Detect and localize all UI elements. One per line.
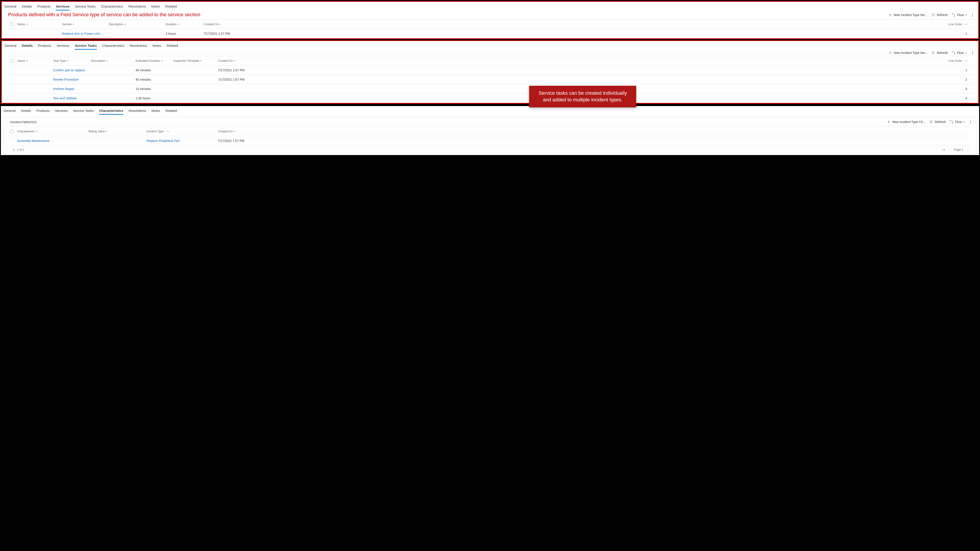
cell-task-type-link[interactable]: Review Procedure bbox=[53, 78, 78, 81]
refresh-button[interactable]: Refresh bbox=[931, 51, 948, 55]
tab-products[interactable]: Products bbox=[37, 3, 50, 11]
tab-service-tasks[interactable]: Service Tasks bbox=[75, 43, 97, 50]
col-incident-type[interactable]: Incident Type↑▾ bbox=[146, 130, 218, 133]
col-rating-value[interactable]: Rating Value▾ bbox=[89, 130, 146, 133]
tab-characteristics[interactable]: Characteristics bbox=[99, 108, 123, 115]
cell-created-on: 7/17/2021 1:57 PM bbox=[218, 78, 262, 81]
tab-services[interactable]: Services bbox=[55, 108, 68, 115]
tab-service-tasks[interactable]: Service Tasks bbox=[73, 108, 94, 115]
tab-products[interactable]: Products bbox=[38, 43, 51, 50]
tab-general[interactable]: General bbox=[5, 43, 16, 50]
tab-service-tasks[interactable]: Service Tasks bbox=[75, 3, 95, 11]
col-service[interactable]: Service▾ bbox=[62, 22, 109, 26]
col-created-on[interactable]: Created On▾ bbox=[218, 59, 262, 62]
cell-created-on: 7/17/2021 1:57 PM bbox=[204, 32, 257, 35]
refresh-button[interactable]: Refresh bbox=[931, 13, 948, 17]
table-row[interactable]: Test and Validate1.50 hours4 bbox=[6, 94, 974, 103]
more-commands-button[interactable] bbox=[969, 120, 972, 124]
more-commands-button[interactable] bbox=[970, 13, 974, 17]
cell-service-link[interactable]: Replace Arm or Power Unit ... bbox=[62, 32, 103, 35]
svg-point-1 bbox=[954, 16, 955, 16]
chevron-down-icon: ▾ bbox=[966, 52, 967, 54]
cell-incident-type-link[interactable]: Replace Peripheral Part bbox=[146, 139, 180, 143]
refresh-button[interactable]: Refresh bbox=[929, 120, 946, 124]
svg-point-4 bbox=[950, 120, 951, 121]
pager-next-button[interactable]: → bbox=[966, 148, 969, 151]
svg-point-3 bbox=[954, 54, 955, 54]
col-characteristic[interactable]: Characteristic▾ bbox=[17, 130, 89, 133]
new-incident-type-characteristic-button[interactable]: New Incident Type Ch... bbox=[887, 120, 925, 124]
tab-related[interactable]: Related bbox=[167, 43, 178, 50]
select-all-checkbox[interactable] bbox=[10, 59, 14, 63]
col-created-on[interactable]: Created On▾ bbox=[218, 130, 280, 133]
pager-first-button[interactable]: |◂ bbox=[942, 148, 945, 151]
table-row[interactable]: Confirm part to replace30 minutes7/17/20… bbox=[6, 65, 974, 75]
tab-general[interactable]: General bbox=[5, 3, 16, 11]
more-commands-button[interactable] bbox=[970, 51, 974, 55]
cell-created-on: 7/17/2021 1:57 PM bbox=[218, 68, 262, 72]
cell-created-on: 7/17/2021 1:57 PM bbox=[218, 139, 280, 143]
tab-notes[interactable]: Notes bbox=[151, 108, 160, 115]
new-incident-type-service-button[interactable]: New Incident Type Ser... bbox=[888, 13, 928, 17]
tab-details[interactable]: Details bbox=[22, 43, 33, 50]
flow-label: Flow bbox=[957, 13, 964, 17]
col-description[interactable]: Description▾ bbox=[91, 59, 135, 62]
flow-button[interactable]: Flow ▾ bbox=[950, 120, 965, 124]
refresh-label: Refresh bbox=[937, 13, 948, 17]
tab-related[interactable]: Related bbox=[165, 108, 177, 115]
plus-icon bbox=[888, 51, 892, 55]
tab-details[interactable]: Details bbox=[22, 3, 32, 11]
table-row[interactable]: Perform Repair15 minutes3 bbox=[6, 84, 974, 94]
refresh-icon bbox=[929, 120, 933, 124]
col-line-order[interactable]: Line Order↑▾ bbox=[262, 59, 972, 62]
cell-est-duration: 30 minutes bbox=[135, 68, 173, 72]
table-row[interactable]: Review Procedure45 minutes7/17/2021 1:57… bbox=[6, 75, 974, 84]
flow-button[interactable]: Flow ▾ bbox=[952, 13, 967, 17]
select-all-checkbox[interactable] bbox=[10, 22, 14, 26]
new-incident-type-service-task-button[interactable]: New Incident Type Ser... bbox=[888, 51, 928, 55]
tab-resolutions[interactable]: Resolutions bbox=[130, 43, 147, 50]
col-duration[interactable]: Duration▾ bbox=[165, 22, 204, 26]
col-name[interactable]: Name▾ bbox=[18, 59, 53, 62]
cell-line-order: 2 bbox=[262, 78, 972, 81]
col-description[interactable]: Description▾ bbox=[109, 22, 165, 26]
select-all-checkbox[interactable] bbox=[10, 129, 14, 133]
tab-services[interactable]: Services bbox=[56, 3, 70, 11]
panel-services: GeneralDetailsProductsServicesService Ta… bbox=[1, 1, 979, 39]
new-incident-label: New Incident Type Ser... bbox=[894, 13, 928, 17]
col-created-on[interactable]: Created On▾ bbox=[204, 22, 257, 26]
svg-point-5 bbox=[952, 122, 953, 124]
col-name[interactable]: Name▾ bbox=[18, 22, 62, 26]
flow-button[interactable]: Flow ▾ bbox=[952, 51, 967, 55]
tab-general[interactable]: General bbox=[3, 108, 15, 115]
col-line-order[interactable]: Line Order↑▾ bbox=[257, 22, 972, 26]
tab-related[interactable]: Related bbox=[165, 3, 177, 11]
tabs-services: GeneralDetailsProductsServicesService Ta… bbox=[2, 2, 978, 11]
cell-task-type-link[interactable]: Perform Repair bbox=[53, 87, 74, 91]
tab-resolutions[interactable]: Resolutions bbox=[129, 3, 146, 11]
table-row[interactable]: Assembly MaintenanceReplace Peripheral P… bbox=[6, 136, 969, 146]
plus-icon bbox=[888, 13, 892, 17]
new-label: New Incident Type Ser... bbox=[894, 51, 928, 55]
tab-details[interactable]: Details bbox=[21, 108, 31, 115]
cell-est-duration: 45 minutes bbox=[135, 78, 173, 81]
tab-notes[interactable]: Notes bbox=[151, 3, 160, 11]
col-task-type[interactable]: Task Type▾ bbox=[53, 59, 91, 62]
cell-task-type-link[interactable]: Test and Validate bbox=[53, 97, 77, 100]
tab-products[interactable]: Products bbox=[37, 108, 49, 115]
chevron-down-icon: ▾ bbox=[964, 121, 965, 123]
cell-characteristic-link[interactable]: Assembly Maintenance bbox=[17, 139, 49, 143]
refresh-icon bbox=[931, 51, 935, 55]
pager-prev-button[interactable]: ← bbox=[948, 148, 951, 151]
col-inspection-template[interactable]: Inspection Template▾ bbox=[173, 59, 218, 62]
col-est-duration[interactable]: Estimated Duration▾ bbox=[135, 59, 173, 62]
pager-page-label: Page 1 bbox=[954, 148, 963, 151]
tab-services[interactable]: Services bbox=[57, 43, 70, 50]
table-row[interactable]: Replace Arm or Power Unit ...2 hours7/17… bbox=[6, 29, 974, 38]
tab-notes[interactable]: Notes bbox=[153, 43, 161, 50]
tab-characteristics[interactable]: Characteristics bbox=[101, 3, 123, 11]
tab-characteristics[interactable]: Characteristics bbox=[102, 43, 124, 50]
cell-task-type-link[interactable]: Confirm part to replace bbox=[53, 68, 85, 72]
tab-resolutions[interactable]: Resolutions bbox=[129, 108, 146, 115]
cell-line-order: 1 bbox=[262, 68, 972, 72]
